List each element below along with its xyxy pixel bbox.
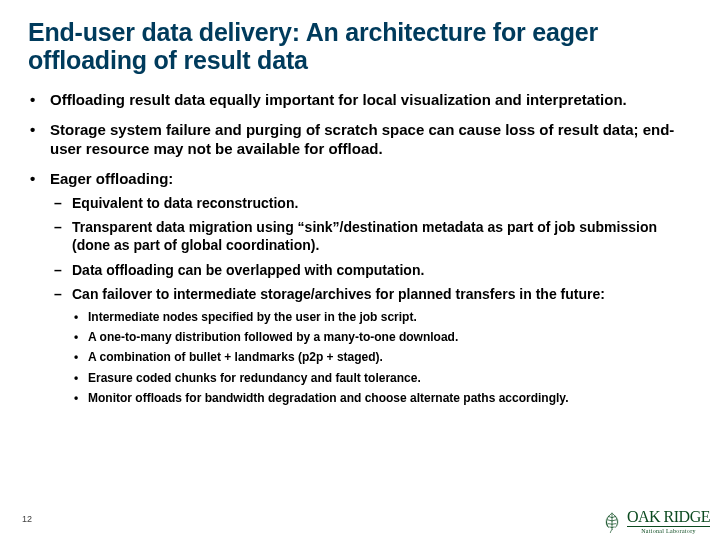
bullet-text: Equivalent to data reconstruction. [72,195,298,211]
list-item: Offloading result data equally important… [28,90,692,110]
logo-main-text: OAK RIDGE [627,509,710,525]
bullet-text: Data offloading can be overlapped with c… [72,262,424,278]
slide-title: End-user data delivery: An architecture … [28,18,692,74]
bullet-text: Transparent data migration using “sink”/… [72,219,657,253]
logo-sub-text: National Laboratory [627,526,710,534]
list-item: Equivalent to data reconstruction. [50,194,692,212]
bullet-text: Monitor offloads for bandwidth degradati… [88,391,568,405]
list-item: Erasure coded chunks for redundancy and … [72,370,692,386]
logo-main-label: OAK RIDGE [627,508,710,525]
list-item: Can failover to intermediate storage/arc… [50,285,692,406]
page-number: 12 [22,514,32,524]
list-item: Storage system failure and purging of sc… [28,120,692,159]
oak-leaf-icon [601,511,623,533]
ornl-logo: OAK RIDGE National Laboratory [601,509,710,534]
bullet-text: A combination of bullet + landmarks (p2p… [88,350,383,364]
bullet-list-level3: Intermediate nodes specified by the user… [72,309,692,406]
bullet-text: A one-to-many distribution followed by a… [88,330,458,344]
bullet-text: Eager offloading: [50,170,173,187]
slide: End-user data delivery: An architecture … [0,0,720,540]
bullet-text: Erasure coded chunks for redundancy and … [88,371,421,385]
list-item: Data offloading can be overlapped with c… [50,261,692,279]
bullet-text: Storage system failure and purging of sc… [50,121,674,158]
list-item: A combination of bullet + landmarks (p2p… [72,349,692,365]
list-item: Monitor offloads for bandwidth degradati… [72,390,692,406]
bullet-list-level1: Offloading result data equally important… [28,90,692,406]
list-item: Transparent data migration using “sink”/… [50,218,692,254]
bullet-list-level2: Equivalent to data reconstruction. Trans… [50,194,692,406]
bullet-text: Intermediate nodes specified by the user… [88,310,417,324]
bullet-text: Offloading result data equally important… [50,91,627,108]
list-item: A one-to-many distribution followed by a… [72,329,692,345]
bullet-text: Can failover to intermediate storage/arc… [72,286,605,302]
logo-text: OAK RIDGE National Laboratory [627,509,710,534]
list-item: Intermediate nodes specified by the user… [72,309,692,325]
list-item: Eager offloading: Equivalent to data rec… [28,169,692,406]
